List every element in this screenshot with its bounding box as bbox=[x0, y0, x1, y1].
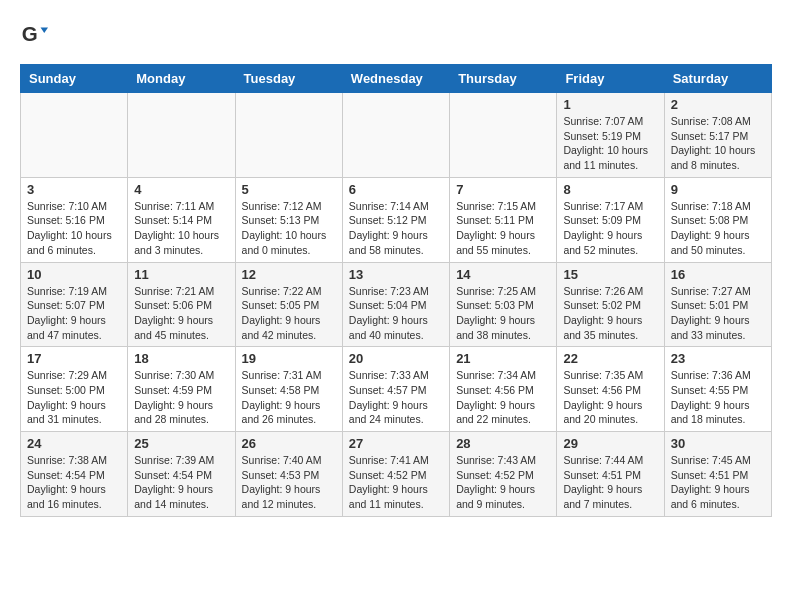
day-number: 16 bbox=[671, 267, 765, 282]
day-info: Sunrise: 7:36 AM Sunset: 4:55 PM Dayligh… bbox=[671, 368, 765, 427]
day-cell-17: 17Sunrise: 7:29 AM Sunset: 5:00 PM Dayli… bbox=[21, 347, 128, 432]
day-cell-5: 5Sunrise: 7:12 AM Sunset: 5:13 PM Daylig… bbox=[235, 177, 342, 262]
day-number: 12 bbox=[242, 267, 336, 282]
day-number: 22 bbox=[563, 351, 657, 366]
day-cell-7: 7Sunrise: 7:15 AM Sunset: 5:11 PM Daylig… bbox=[450, 177, 557, 262]
day-number: 26 bbox=[242, 436, 336, 451]
day-number: 29 bbox=[563, 436, 657, 451]
weekday-header-monday: Monday bbox=[128, 65, 235, 93]
day-number: 17 bbox=[27, 351, 121, 366]
day-number: 2 bbox=[671, 97, 765, 112]
day-number: 11 bbox=[134, 267, 228, 282]
day-number: 28 bbox=[456, 436, 550, 451]
day-number: 27 bbox=[349, 436, 443, 451]
week-row-2: 3Sunrise: 7:10 AM Sunset: 5:16 PM Daylig… bbox=[21, 177, 772, 262]
day-info: Sunrise: 7:08 AM Sunset: 5:17 PM Dayligh… bbox=[671, 114, 765, 173]
day-number: 20 bbox=[349, 351, 443, 366]
calendar-table: SundayMondayTuesdayWednesdayThursdayFrid… bbox=[20, 64, 772, 517]
day-info: Sunrise: 7:41 AM Sunset: 4:52 PM Dayligh… bbox=[349, 453, 443, 512]
day-info: Sunrise: 7:43 AM Sunset: 4:52 PM Dayligh… bbox=[456, 453, 550, 512]
day-info: Sunrise: 7:18 AM Sunset: 5:08 PM Dayligh… bbox=[671, 199, 765, 258]
day-number: 15 bbox=[563, 267, 657, 282]
day-number: 8 bbox=[563, 182, 657, 197]
day-info: Sunrise: 7:15 AM Sunset: 5:11 PM Dayligh… bbox=[456, 199, 550, 258]
day-cell-23: 23Sunrise: 7:36 AM Sunset: 4:55 PM Dayli… bbox=[664, 347, 771, 432]
empty-cell bbox=[235, 93, 342, 178]
day-info: Sunrise: 7:33 AM Sunset: 4:57 PM Dayligh… bbox=[349, 368, 443, 427]
day-cell-20: 20Sunrise: 7:33 AM Sunset: 4:57 PM Dayli… bbox=[342, 347, 449, 432]
day-cell-22: 22Sunrise: 7:35 AM Sunset: 4:56 PM Dayli… bbox=[557, 347, 664, 432]
day-cell-11: 11Sunrise: 7:21 AM Sunset: 5:06 PM Dayli… bbox=[128, 262, 235, 347]
day-info: Sunrise: 7:31 AM Sunset: 4:58 PM Dayligh… bbox=[242, 368, 336, 427]
empty-cell bbox=[21, 93, 128, 178]
day-number: 5 bbox=[242, 182, 336, 197]
day-info: Sunrise: 7:34 AM Sunset: 4:56 PM Dayligh… bbox=[456, 368, 550, 427]
day-info: Sunrise: 7:22 AM Sunset: 5:05 PM Dayligh… bbox=[242, 284, 336, 343]
day-info: Sunrise: 7:45 AM Sunset: 4:51 PM Dayligh… bbox=[671, 453, 765, 512]
weekday-header-thursday: Thursday bbox=[450, 65, 557, 93]
day-cell-25: 25Sunrise: 7:39 AM Sunset: 4:54 PM Dayli… bbox=[128, 432, 235, 517]
weekday-header-wednesday: Wednesday bbox=[342, 65, 449, 93]
day-info: Sunrise: 7:25 AM Sunset: 5:03 PM Dayligh… bbox=[456, 284, 550, 343]
empty-cell bbox=[128, 93, 235, 178]
day-info: Sunrise: 7:23 AM Sunset: 5:04 PM Dayligh… bbox=[349, 284, 443, 343]
day-cell-18: 18Sunrise: 7:30 AM Sunset: 4:59 PM Dayli… bbox=[128, 347, 235, 432]
day-info: Sunrise: 7:29 AM Sunset: 5:00 PM Dayligh… bbox=[27, 368, 121, 427]
day-info: Sunrise: 7:21 AM Sunset: 5:06 PM Dayligh… bbox=[134, 284, 228, 343]
day-cell-8: 8Sunrise: 7:17 AM Sunset: 5:09 PM Daylig… bbox=[557, 177, 664, 262]
week-row-3: 10Sunrise: 7:19 AM Sunset: 5:07 PM Dayli… bbox=[21, 262, 772, 347]
day-number: 6 bbox=[349, 182, 443, 197]
day-info: Sunrise: 7:38 AM Sunset: 4:54 PM Dayligh… bbox=[27, 453, 121, 512]
day-info: Sunrise: 7:40 AM Sunset: 4:53 PM Dayligh… bbox=[242, 453, 336, 512]
day-number: 25 bbox=[134, 436, 228, 451]
day-number: 3 bbox=[27, 182, 121, 197]
day-info: Sunrise: 7:14 AM Sunset: 5:12 PM Dayligh… bbox=[349, 199, 443, 258]
weekday-header-row: SundayMondayTuesdayWednesdayThursdayFrid… bbox=[21, 65, 772, 93]
day-cell-26: 26Sunrise: 7:40 AM Sunset: 4:53 PM Dayli… bbox=[235, 432, 342, 517]
logo-icon: G bbox=[20, 20, 48, 48]
day-cell-13: 13Sunrise: 7:23 AM Sunset: 5:04 PM Dayli… bbox=[342, 262, 449, 347]
day-info: Sunrise: 7:26 AM Sunset: 5:02 PM Dayligh… bbox=[563, 284, 657, 343]
day-cell-27: 27Sunrise: 7:41 AM Sunset: 4:52 PM Dayli… bbox=[342, 432, 449, 517]
day-cell-19: 19Sunrise: 7:31 AM Sunset: 4:58 PM Dayli… bbox=[235, 347, 342, 432]
day-number: 18 bbox=[134, 351, 228, 366]
day-info: Sunrise: 7:17 AM Sunset: 5:09 PM Dayligh… bbox=[563, 199, 657, 258]
page-header: G bbox=[20, 20, 772, 48]
day-info: Sunrise: 7:44 AM Sunset: 4:51 PM Dayligh… bbox=[563, 453, 657, 512]
day-info: Sunrise: 7:07 AM Sunset: 5:19 PM Dayligh… bbox=[563, 114, 657, 173]
day-number: 19 bbox=[242, 351, 336, 366]
day-number: 4 bbox=[134, 182, 228, 197]
day-info: Sunrise: 7:12 AM Sunset: 5:13 PM Dayligh… bbox=[242, 199, 336, 258]
logo: G bbox=[20, 20, 52, 48]
day-info: Sunrise: 7:10 AM Sunset: 5:16 PM Dayligh… bbox=[27, 199, 121, 258]
day-cell-3: 3Sunrise: 7:10 AM Sunset: 5:16 PM Daylig… bbox=[21, 177, 128, 262]
day-cell-15: 15Sunrise: 7:26 AM Sunset: 5:02 PM Dayli… bbox=[557, 262, 664, 347]
weekday-header-sunday: Sunday bbox=[21, 65, 128, 93]
weekday-header-saturday: Saturday bbox=[664, 65, 771, 93]
day-cell-28: 28Sunrise: 7:43 AM Sunset: 4:52 PM Dayli… bbox=[450, 432, 557, 517]
day-number: 13 bbox=[349, 267, 443, 282]
day-info: Sunrise: 7:19 AM Sunset: 5:07 PM Dayligh… bbox=[27, 284, 121, 343]
day-info: Sunrise: 7:27 AM Sunset: 5:01 PM Dayligh… bbox=[671, 284, 765, 343]
week-row-1: 1Sunrise: 7:07 AM Sunset: 5:19 PM Daylig… bbox=[21, 93, 772, 178]
day-number: 10 bbox=[27, 267, 121, 282]
day-number: 23 bbox=[671, 351, 765, 366]
day-cell-2: 2Sunrise: 7:08 AM Sunset: 5:17 PM Daylig… bbox=[664, 93, 771, 178]
empty-cell bbox=[342, 93, 449, 178]
day-number: 1 bbox=[563, 97, 657, 112]
day-cell-1: 1Sunrise: 7:07 AM Sunset: 5:19 PM Daylig… bbox=[557, 93, 664, 178]
weekday-header-friday: Friday bbox=[557, 65, 664, 93]
day-cell-9: 9Sunrise: 7:18 AM Sunset: 5:08 PM Daylig… bbox=[664, 177, 771, 262]
day-cell-24: 24Sunrise: 7:38 AM Sunset: 4:54 PM Dayli… bbox=[21, 432, 128, 517]
weekday-header-tuesday: Tuesday bbox=[235, 65, 342, 93]
day-info: Sunrise: 7:35 AM Sunset: 4:56 PM Dayligh… bbox=[563, 368, 657, 427]
day-number: 14 bbox=[456, 267, 550, 282]
svg-text:G: G bbox=[22, 22, 38, 45]
day-number: 9 bbox=[671, 182, 765, 197]
day-info: Sunrise: 7:30 AM Sunset: 4:59 PM Dayligh… bbox=[134, 368, 228, 427]
svg-marker-1 bbox=[41, 27, 48, 33]
day-cell-4: 4Sunrise: 7:11 AM Sunset: 5:14 PM Daylig… bbox=[128, 177, 235, 262]
week-row-5: 24Sunrise: 7:38 AM Sunset: 4:54 PM Dayli… bbox=[21, 432, 772, 517]
day-cell-30: 30Sunrise: 7:45 AM Sunset: 4:51 PM Dayli… bbox=[664, 432, 771, 517]
day-cell-16: 16Sunrise: 7:27 AM Sunset: 5:01 PM Dayli… bbox=[664, 262, 771, 347]
